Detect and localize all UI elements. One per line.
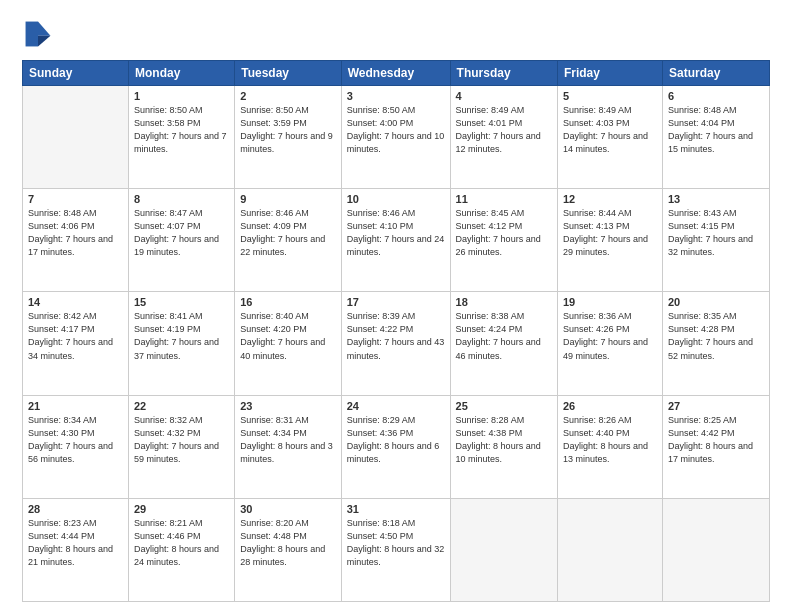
calendar-cell: 10Sunrise: 8:46 AMSunset: 4:10 PMDayligh…	[341, 189, 450, 292]
svg-marker-1	[38, 36, 50, 47]
day-info: Sunrise: 8:23 AMSunset: 4:44 PMDaylight:…	[28, 517, 123, 569]
calendar-cell: 7Sunrise: 8:48 AMSunset: 4:06 PMDaylight…	[23, 189, 129, 292]
calendar-cell: 30Sunrise: 8:20 AMSunset: 4:48 PMDayligh…	[235, 498, 342, 601]
day-info: Sunrise: 8:46 AMSunset: 4:10 PMDaylight:…	[347, 207, 445, 259]
day-info: Sunrise: 8:48 AMSunset: 4:04 PMDaylight:…	[668, 104, 764, 156]
calendar-cell: 1Sunrise: 8:50 AMSunset: 3:58 PMDaylight…	[128, 86, 234, 189]
weekday-header-wednesday: Wednesday	[341, 61, 450, 86]
day-info: Sunrise: 8:46 AMSunset: 4:09 PMDaylight:…	[240, 207, 336, 259]
day-info: Sunrise: 8:49 AMSunset: 4:01 PMDaylight:…	[456, 104, 552, 156]
day-info: Sunrise: 8:38 AMSunset: 4:24 PMDaylight:…	[456, 310, 552, 362]
calendar-body: 1Sunrise: 8:50 AMSunset: 3:58 PMDaylight…	[23, 86, 770, 602]
calendar-cell: 9Sunrise: 8:46 AMSunset: 4:09 PMDaylight…	[235, 189, 342, 292]
calendar-cell: 22Sunrise: 8:32 AMSunset: 4:32 PMDayligh…	[128, 395, 234, 498]
day-info: Sunrise: 8:35 AMSunset: 4:28 PMDaylight:…	[668, 310, 764, 362]
day-number: 29	[134, 503, 229, 515]
day-info: Sunrise: 8:50 AMSunset: 4:00 PMDaylight:…	[347, 104, 445, 156]
svg-marker-0	[38, 22, 50, 36]
day-number: 13	[668, 193, 764, 205]
day-number: 21	[28, 400, 123, 412]
calendar-cell: 20Sunrise: 8:35 AMSunset: 4:28 PMDayligh…	[662, 292, 769, 395]
calendar-cell: 18Sunrise: 8:38 AMSunset: 4:24 PMDayligh…	[450, 292, 557, 395]
day-info: Sunrise: 8:20 AMSunset: 4:48 PMDaylight:…	[240, 517, 336, 569]
calendar-cell: 27Sunrise: 8:25 AMSunset: 4:42 PMDayligh…	[662, 395, 769, 498]
week-row-1: 7Sunrise: 8:48 AMSunset: 4:06 PMDaylight…	[23, 189, 770, 292]
calendar-cell: 11Sunrise: 8:45 AMSunset: 4:12 PMDayligh…	[450, 189, 557, 292]
day-number: 31	[347, 503, 445, 515]
calendar-cell: 21Sunrise: 8:34 AMSunset: 4:30 PMDayligh…	[23, 395, 129, 498]
day-info: Sunrise: 8:18 AMSunset: 4:50 PMDaylight:…	[347, 517, 445, 569]
day-number: 25	[456, 400, 552, 412]
day-info: Sunrise: 8:36 AMSunset: 4:26 PMDaylight:…	[563, 310, 657, 362]
day-info: Sunrise: 8:21 AMSunset: 4:46 PMDaylight:…	[134, 517, 229, 569]
calendar-cell: 23Sunrise: 8:31 AMSunset: 4:34 PMDayligh…	[235, 395, 342, 498]
weekday-header-tuesday: Tuesday	[235, 61, 342, 86]
day-number: 27	[668, 400, 764, 412]
calendar-cell: 28Sunrise: 8:23 AMSunset: 4:44 PMDayligh…	[23, 498, 129, 601]
calendar-cell: 8Sunrise: 8:47 AMSunset: 4:07 PMDaylight…	[128, 189, 234, 292]
day-info: Sunrise: 8:31 AMSunset: 4:34 PMDaylight:…	[240, 414, 336, 466]
day-number: 20	[668, 296, 764, 308]
day-number: 15	[134, 296, 229, 308]
calendar-cell: 25Sunrise: 8:28 AMSunset: 4:38 PMDayligh…	[450, 395, 557, 498]
day-info: Sunrise: 8:50 AMSunset: 3:58 PMDaylight:…	[134, 104, 229, 156]
day-number: 8	[134, 193, 229, 205]
day-number: 2	[240, 90, 336, 102]
day-info: Sunrise: 8:26 AMSunset: 4:40 PMDaylight:…	[563, 414, 657, 466]
day-info: Sunrise: 8:41 AMSunset: 4:19 PMDaylight:…	[134, 310, 229, 362]
weekday-header-friday: Friday	[557, 61, 662, 86]
day-number: 23	[240, 400, 336, 412]
day-info: Sunrise: 8:40 AMSunset: 4:20 PMDaylight:…	[240, 310, 336, 362]
calendar-table: SundayMondayTuesdayWednesdayThursdayFrid…	[22, 60, 770, 602]
calendar-cell	[23, 86, 129, 189]
day-number: 16	[240, 296, 336, 308]
weekday-header-thursday: Thursday	[450, 61, 557, 86]
calendar-cell: 31Sunrise: 8:18 AMSunset: 4:50 PMDayligh…	[341, 498, 450, 601]
day-info: Sunrise: 8:50 AMSunset: 3:59 PMDaylight:…	[240, 104, 336, 156]
day-number: 17	[347, 296, 445, 308]
day-number: 14	[28, 296, 123, 308]
calendar-cell: 19Sunrise: 8:36 AMSunset: 4:26 PMDayligh…	[557, 292, 662, 395]
day-number: 24	[347, 400, 445, 412]
logo	[22, 18, 60, 50]
calendar-cell: 6Sunrise: 8:48 AMSunset: 4:04 PMDaylight…	[662, 86, 769, 189]
day-info: Sunrise: 8:34 AMSunset: 4:30 PMDaylight:…	[28, 414, 123, 466]
day-info: Sunrise: 8:45 AMSunset: 4:12 PMDaylight:…	[456, 207, 552, 259]
day-info: Sunrise: 8:44 AMSunset: 4:13 PMDaylight:…	[563, 207, 657, 259]
week-row-0: 1Sunrise: 8:50 AMSunset: 3:58 PMDaylight…	[23, 86, 770, 189]
day-number: 3	[347, 90, 445, 102]
day-number: 11	[456, 193, 552, 205]
calendar-cell: 3Sunrise: 8:50 AMSunset: 4:00 PMDaylight…	[341, 86, 450, 189]
day-info: Sunrise: 8:43 AMSunset: 4:15 PMDaylight:…	[668, 207, 764, 259]
day-info: Sunrise: 8:28 AMSunset: 4:38 PMDaylight:…	[456, 414, 552, 466]
calendar-cell: 5Sunrise: 8:49 AMSunset: 4:03 PMDaylight…	[557, 86, 662, 189]
day-number: 19	[563, 296, 657, 308]
week-row-2: 14Sunrise: 8:42 AMSunset: 4:17 PMDayligh…	[23, 292, 770, 395]
day-number: 26	[563, 400, 657, 412]
calendar-cell: 12Sunrise: 8:44 AMSunset: 4:13 PMDayligh…	[557, 189, 662, 292]
day-info: Sunrise: 8:48 AMSunset: 4:06 PMDaylight:…	[28, 207, 123, 259]
calendar-cell: 2Sunrise: 8:50 AMSunset: 3:59 PMDaylight…	[235, 86, 342, 189]
day-number: 4	[456, 90, 552, 102]
calendar-cell	[450, 498, 557, 601]
day-number: 7	[28, 193, 123, 205]
day-info: Sunrise: 8:32 AMSunset: 4:32 PMDaylight:…	[134, 414, 229, 466]
calendar-cell	[557, 498, 662, 601]
weekday-header-monday: Monday	[128, 61, 234, 86]
day-info: Sunrise: 8:47 AMSunset: 4:07 PMDaylight:…	[134, 207, 229, 259]
day-number: 9	[240, 193, 336, 205]
day-number: 30	[240, 503, 336, 515]
calendar-cell: 14Sunrise: 8:42 AMSunset: 4:17 PMDayligh…	[23, 292, 129, 395]
day-number: 10	[347, 193, 445, 205]
logo-icon	[22, 18, 54, 50]
calendar-cell: 26Sunrise: 8:26 AMSunset: 4:40 PMDayligh…	[557, 395, 662, 498]
week-row-4: 28Sunrise: 8:23 AMSunset: 4:44 PMDayligh…	[23, 498, 770, 601]
day-number: 12	[563, 193, 657, 205]
week-row-3: 21Sunrise: 8:34 AMSunset: 4:30 PMDayligh…	[23, 395, 770, 498]
page: SundayMondayTuesdayWednesdayThursdayFrid…	[0, 0, 792, 612]
calendar-cell: 29Sunrise: 8:21 AMSunset: 4:46 PMDayligh…	[128, 498, 234, 601]
day-info: Sunrise: 8:39 AMSunset: 4:22 PMDaylight:…	[347, 310, 445, 362]
calendar-cell: 24Sunrise: 8:29 AMSunset: 4:36 PMDayligh…	[341, 395, 450, 498]
calendar-cell: 15Sunrise: 8:41 AMSunset: 4:19 PMDayligh…	[128, 292, 234, 395]
calendar-cell: 4Sunrise: 8:49 AMSunset: 4:01 PMDaylight…	[450, 86, 557, 189]
